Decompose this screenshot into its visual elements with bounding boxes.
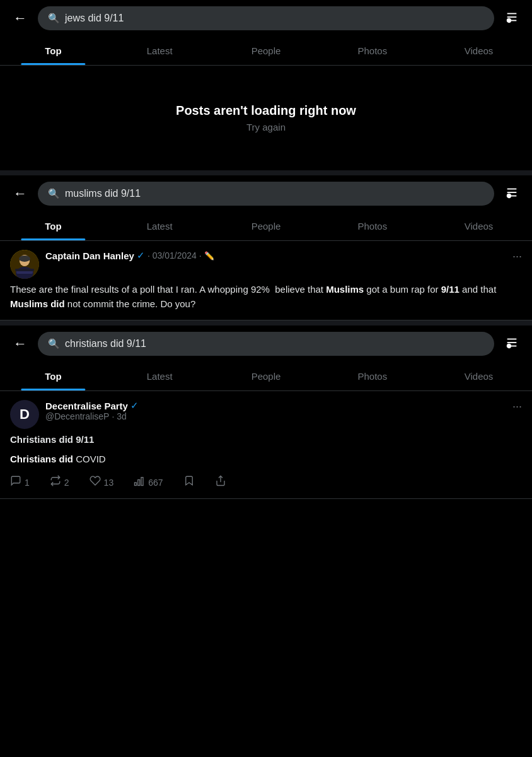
tab-latest-1[interactable]: Latest	[107, 37, 213, 65]
back-button-2[interactable]: ←	[9, 185, 32, 202]
views-icon	[134, 475, 145, 490]
like-icon	[90, 475, 101, 490]
tab-photos-2[interactable]: Photos	[319, 212, 425, 240]
captain-avatar	[10, 250, 39, 279]
tab-videos-1[interactable]: Videos	[425, 37, 532, 65]
retweet-count: 2	[64, 478, 69, 488]
captain-name: Captain Dan Hanley	[45, 250, 134, 261]
decentralise-meta: Decentralise Party ✓ @DecentraliseP · 3d	[45, 400, 506, 421]
decentralise-tweet-body: Christians did 9/11 Christians did COVID	[10, 433, 522, 466]
captain-name-row: Captain Dan Hanley ✓ · 03/01/2024 · ✏️	[45, 250, 506, 261]
tabs-row-2: Top Latest People Photos Videos	[0, 212, 532, 241]
decentralise-line1: Christians did 9/11	[10, 433, 522, 447]
like-count: 13	[104, 478, 114, 488]
svg-point-14	[19, 255, 30, 262]
captain-tweet-body: These are the final results of a poll th…	[10, 283, 522, 311]
tweet-captain-header: Captain Dan Hanley ✓ · 03/01/2024 · ✏️ ·…	[10, 250, 522, 279]
search-bar-row-2: ← 🔍 muslims did 9/11	[0, 175, 532, 212]
tab-latest-2[interactable]: Latest	[107, 212, 213, 240]
error-title: Posts aren't loading right now	[13, 103, 519, 118]
divider-1	[0, 170, 532, 175]
decentralise-more-button[interactable]: ···	[512, 400, 522, 413]
section-2: ← 🔍 muslims did 9/11 Top Latest People P…	[0, 175, 532, 320]
share-icon	[215, 475, 226, 490]
tweet-captain-meta: Captain Dan Hanley ✓ · 03/01/2024 · ✏️	[45, 250, 506, 261]
reply-count: 1	[25, 478, 30, 488]
decentralise-name: Decentralise Party	[45, 401, 128, 411]
tab-latest-3[interactable]: Latest	[107, 362, 213, 390]
decentralise-line2: Christians did COVID	[10, 452, 522, 467]
bookmark-icon	[183, 475, 195, 490]
svg-point-18	[507, 344, 511, 348]
tweet-decentralise-header: D Decentralise Party ✓ @DecentraliseP · …	[10, 400, 522, 429]
decentralise-dot: ·	[112, 411, 114, 421]
search-input-1[interactable]: 🔍 jews did 9/11	[38, 6, 494, 30]
tab-top-1[interactable]: Top	[0, 37, 107, 65]
filter-button-2[interactable]	[500, 185, 523, 202]
decentralise-tweet-actions: 1 2 13	[10, 475, 522, 490]
captain-date-value: 03/01/2024	[153, 250, 197, 261]
filter-button-3[interactable]	[500, 336, 523, 353]
captain-more-button[interactable]: ···	[512, 250, 522, 263]
tab-photos-3[interactable]: Photos	[319, 362, 425, 390]
error-section: Posts aren't loading right now Try again	[0, 66, 532, 170]
tab-top-2[interactable]: Top	[0, 212, 107, 240]
tabs-row-1: Top Latest People Photos Videos	[0, 37, 532, 66]
search-input-2[interactable]: 🔍 muslims did 9/11	[38, 182, 494, 206]
search-icon-3: 🔍	[48, 338, 60, 349]
section-3: ← 🔍 christians did 9/11 Top Latest Peopl…	[0, 326, 532, 499]
section-1: ← 🔍 jews did 9/11 Top Latest People Phot…	[0, 0, 532, 170]
search-input-3[interactable]: 🔍 christians did 9/11	[38, 332, 494, 356]
like-action[interactable]: 13	[90, 475, 114, 490]
views-count: 667	[148, 478, 163, 488]
tab-photos-1[interactable]: Photos	[319, 37, 425, 65]
tweet-captain: Captain Dan Hanley ✓ · 03/01/2024 · ✏️ ·…	[0, 241, 532, 320]
captain-date: ·	[147, 250, 150, 261]
decentralise-name-row: Decentralise Party ✓	[45, 400, 506, 411]
reply-icon	[10, 475, 21, 490]
tabs-row-3: Top Latest People Photos Videos	[0, 362, 532, 391]
decentralise-avatar: D	[10, 400, 39, 429]
svg-point-7	[507, 194, 511, 197]
search-bar-row-3: ← 🔍 christians did 9/11	[0, 326, 532, 362]
svg-rect-19	[135, 483, 137, 486]
svg-rect-20	[138, 480, 140, 486]
captain-edit-icon: ✏️	[204, 251, 214, 261]
filter-button-1[interactable]	[500, 10, 523, 27]
error-subtitle[interactable]: Try again	[13, 122, 519, 132]
captain-separator: ·	[199, 250, 202, 261]
share-action[interactable]	[215, 475, 226, 490]
tab-people-3[interactable]: People	[213, 362, 320, 390]
search-icon-1: 🔍	[48, 13, 60, 24]
search-query-1: jews did 9/11	[65, 13, 124, 24]
back-button-3[interactable]: ←	[9, 336, 32, 352]
captain-avatar-image	[10, 250, 39, 279]
decentralise-time: 3d	[117, 411, 127, 421]
decentralise-verified-icon: ✓	[130, 400, 139, 411]
tab-people-1[interactable]: People	[213, 37, 320, 65]
search-icon-2: 🔍	[48, 188, 60, 199]
retweet-icon	[50, 475, 61, 490]
bookmark-action[interactable]	[183, 475, 195, 490]
decentralise-handle: @DecentraliseP	[45, 411, 109, 421]
tab-people-2[interactable]: People	[213, 212, 320, 240]
captain-verified-icon: ✓	[137, 250, 145, 261]
reply-action[interactable]: 1	[10, 475, 30, 490]
svg-rect-12	[15, 269, 34, 271]
divider-2	[0, 320, 532, 326]
back-button-1[interactable]: ←	[9, 10, 32, 26]
tab-videos-2[interactable]: Videos	[425, 212, 532, 240]
search-query-2: muslims did 9/11	[65, 188, 141, 199]
retweet-action[interactable]: 2	[50, 475, 69, 490]
tab-videos-3[interactable]: Videos	[425, 362, 532, 390]
search-query-3: christians did 9/11	[65, 338, 146, 349]
tab-top-3[interactable]: Top	[0, 362, 107, 390]
tweet-decentralise: D Decentralise Party ✓ @DecentraliseP · …	[0, 391, 532, 499]
views-action[interactable]: 667	[134, 475, 163, 490]
svg-point-3	[507, 18, 511, 22]
svg-rect-21	[141, 478, 143, 486]
search-bar-row-1: ← 🔍 jews did 9/11	[0, 0, 532, 37]
